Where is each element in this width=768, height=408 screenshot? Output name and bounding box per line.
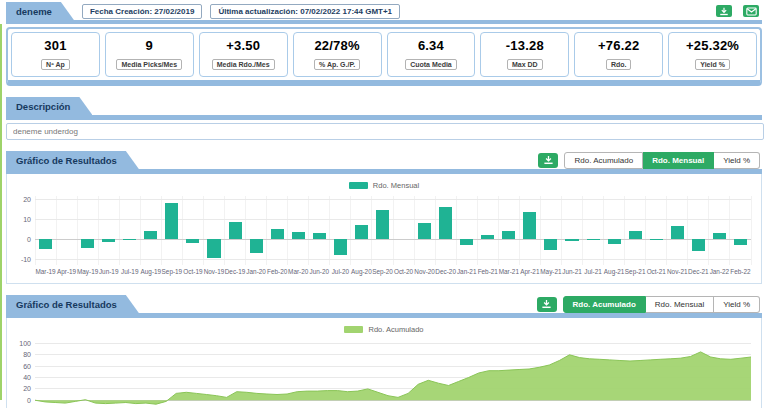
svg-text:0: 0 (27, 397, 31, 404)
svg-text:10: 10 (23, 216, 31, 223)
toggle-rdo-mensual[interactable]: Rdo. Mensual (643, 152, 714, 169)
svg-text:Aug-19: Aug-19 (141, 268, 162, 276)
monthly-chart-tab: Gráfico de Resultados (6, 151, 139, 169)
svg-text:Apr-19: Apr-19 (57, 268, 77, 276)
svg-text:Mar-19: Mar-19 (35, 268, 56, 275)
stat-card-max-dd: -13.28 Max DD (480, 32, 569, 77)
stat-value: +76.22 (575, 38, 662, 53)
svg-text:Sep-20: Sep-20 (372, 268, 393, 276)
tipster-dashboard-page: deneme Fecha Creación: 27/02/2019 Última… (0, 0, 768, 408)
svg-text:Feb-22: Feb-22 (730, 268, 751, 275)
svg-text:Feb-20: Feb-20 (267, 268, 288, 275)
svg-text:Jul-21: Jul-21 (584, 268, 602, 275)
monthly-chart-panel: Rdo. Mensual -1001020Mar-19Apr-19May-19J… (6, 174, 762, 284)
legend-swatch (349, 182, 368, 189)
accumulated-results-area-chart: -20020406080100Mar 19Apr 19May 19Jun 19J… (9, 336, 759, 408)
svg-text:Jul-20: Jul-20 (332, 268, 350, 275)
svg-text:40: 40 (23, 374, 31, 381)
stat-label: Yield % (695, 59, 730, 70)
stat-value: +3.50 (200, 38, 287, 53)
stat-label: Cuota Media (405, 59, 457, 70)
legend-label: Rdo. Mensual (373, 181, 419, 190)
svg-text:May-19: May-19 (77, 268, 99, 276)
description-tab: Descripción (6, 97, 92, 115)
svg-text:Jan-20: Jan-20 (246, 268, 266, 275)
stat-card-ap-gp: 22/78% % Ap. G./P. (293, 32, 382, 77)
chart-download-button[interactable] (537, 297, 557, 312)
description-section-header: Descripción (6, 97, 762, 115)
toggle-rdo-mensual[interactable]: Rdo. Mensual (646, 296, 714, 313)
stat-label: Media Picks/Mes (116, 59, 182, 70)
monthly-chart-legend: Rdo. Mensual (9, 179, 759, 192)
creation-date-box: Fecha Creación: 27/02/2019 (82, 4, 203, 19)
stat-label: Rdo. (606, 59, 632, 70)
svg-text:May-21: May-21 (540, 268, 562, 276)
svg-text:60: 60 (23, 363, 31, 370)
svg-text:80: 80 (23, 351, 31, 358)
last-update-box: Última actualización: 07/02/2022 17:44 G… (210, 4, 400, 19)
svg-text:Oct-19: Oct-19 (183, 268, 203, 275)
svg-text:Oct-21: Oct-21 (647, 268, 667, 275)
download-icon (543, 153, 554, 168)
accumulated-chart-panel: Rdo. Acumulado -20020406080100Mar 19Apr … (6, 318, 762, 408)
stat-card-media-rdo: +3.50 Media Rdo./Mes (199, 32, 288, 77)
download-icon (719, 4, 729, 19)
svg-text:Dec-19: Dec-19 (225, 268, 246, 275)
header-divider-bar (6, 20, 762, 24)
toggle-rdo-acumulado[interactable]: Rdo. Acumulado (564, 152, 643, 169)
legend-swatch (344, 326, 363, 333)
stat-card-rdo: +76.22 Rdo. (574, 32, 663, 77)
svg-text:Aug-20: Aug-20 (351, 268, 372, 276)
mail-icon (746, 4, 757, 19)
accumulated-chart-legend: Rdo. Acumulado (9, 323, 759, 336)
svg-text:Jul-19: Jul-19 (121, 268, 139, 275)
chart1-view-toggle: Rdo. Acumulado Rdo. Mensual Yield % (564, 152, 760, 169)
svg-text:Jun-19: Jun-19 (99, 268, 119, 275)
svg-text:Jan-22: Jan-22 (710, 268, 730, 275)
accumulated-chart-header: Gráfico de Resultados Rdo. Acumulado Rdo… (6, 296, 762, 313)
stats-cards-row: 301 Nº Ap 9 Media Picks/Mes +3.50 Media … (6, 27, 762, 86)
stat-value: +25.32% (669, 38, 756, 53)
svg-text:Mar-21: Mar-21 (499, 268, 520, 275)
stat-value: 6.34 (388, 38, 475, 53)
stat-card-media-picks: 9 Media Picks/Mes (105, 32, 194, 77)
page-left-accent (0, 24, 2, 400)
svg-text:20: 20 (23, 385, 31, 392)
svg-text:0: 0 (27, 236, 31, 243)
svg-text:Oct-20: Oct-20 (394, 268, 414, 275)
svg-text:20: 20 (23, 196, 31, 203)
svg-text:Jun-21: Jun-21 (562, 268, 582, 275)
svg-text:Sep-19: Sep-19 (162, 268, 183, 276)
stat-label: Max DD (507, 59, 543, 70)
chart2-view-toggle: Rdo. Acumulado Rdo. Mensual Yield % (563, 296, 760, 313)
toggle-yield[interactable]: Yield % (714, 152, 760, 169)
chart-download-button[interactable] (538, 153, 558, 168)
legend-label: Rdo. Acumulado (368, 325, 423, 334)
stat-card-cuota-media: 6.34 Cuota Media (387, 32, 476, 77)
stat-card-num-ap: 301 Nº Ap (11, 32, 100, 77)
description-input[interactable] (6, 123, 764, 140)
toggle-yield[interactable]: Yield % (714, 296, 760, 313)
monthly-results-bar-chart: -1001020Mar-19Apr-19May-19Jun-19Jul-19Au… (9, 192, 759, 280)
svg-text:Dec-21: Dec-21 (688, 268, 709, 275)
svg-text:Jan-21: Jan-21 (457, 268, 477, 275)
page-header: deneme Fecha Creación: 27/02/2019 Última… (6, 2, 762, 20)
description-divider-bar (6, 115, 762, 120)
download-button[interactable] (716, 5, 732, 17)
toggle-rdo-acumulado[interactable]: Rdo. Acumulado (563, 296, 646, 313)
svg-text:Nov-19: Nov-19 (204, 268, 225, 275)
svg-text:100: 100 (19, 340, 31, 347)
svg-text:Apr-21: Apr-21 (520, 268, 540, 276)
svg-text:Nov-21: Nov-21 (667, 268, 688, 275)
stat-value: -13.28 (481, 38, 568, 53)
stat-value: 22/78% (294, 38, 381, 53)
svg-text:Mar-20: Mar-20 (288, 268, 309, 275)
mail-button[interactable] (743, 5, 759, 17)
stat-label: Nº Ap (41, 59, 70, 70)
stat-card-yield: +25.32% Yield % (668, 32, 757, 77)
tipster-name-tab: deneme (6, 2, 74, 20)
stat-value: 9 (106, 38, 193, 53)
svg-text:Sep-21: Sep-21 (625, 268, 646, 276)
accumulated-chart-tab: Gráfico de Resultados (6, 295, 139, 313)
svg-text:Jun-20: Jun-20 (310, 268, 330, 275)
